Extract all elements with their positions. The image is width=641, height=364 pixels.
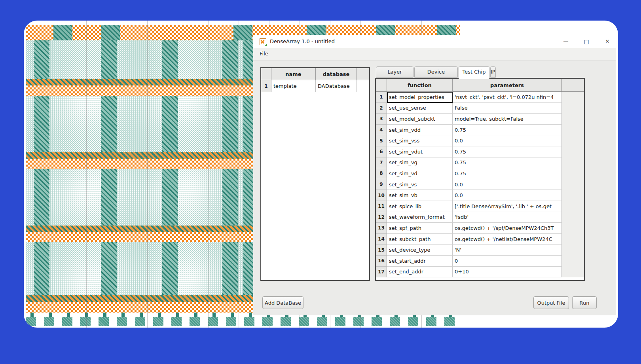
tab-bar: Layer Device Test Chip IP <box>376 66 497 78</box>
cell-parameters[interactable]: 'N' <box>453 245 562 256</box>
chip-hatch-column <box>222 25 238 313</box>
function-table-row[interactable]: 11 set_spice_lib ['.title DenseArraySim'… <box>376 201 584 212</box>
cell-function[interactable]: set_sim_vs <box>387 179 453 190</box>
cell-parameters[interactable]: 0 <box>453 256 562 267</box>
cell-parameters[interactable]: 0.75 <box>453 125 562 136</box>
cell-parameters[interactable]: 0+10 <box>453 267 562 278</box>
function-table-row[interactable]: 9 set_sim_vs 0.0 <box>376 179 584 190</box>
content-card: DenseArray 1.0 - untitled — □ ✕ File nam… <box>24 21 618 328</box>
window-title: DenseArray 1.0 - untitled <box>270 38 335 44</box>
row-index: 6 <box>376 146 387 157</box>
cell-parameters[interactable]: 'fsdb' <box>453 212 562 223</box>
row-index: 5 <box>376 135 387 146</box>
close-button[interactable]: ✕ <box>601 38 613 46</box>
function-table-row[interactable]: 14 set_subckt_path os.getcwd() + '/netli… <box>376 234 584 245</box>
cell-parameters[interactable]: ['.title DenseArraySim', '.lib ' + os.ge… <box>453 201 562 212</box>
cell-function[interactable]: set_sim_vd <box>387 168 453 179</box>
tab[interactable]: Layer <box>376 66 413 78</box>
row-empty-area <box>562 179 584 190</box>
cell-function[interactable]: set_sim_vb <box>387 190 453 201</box>
database-table-header: name database <box>261 68 369 80</box>
cell-parameters[interactable]: 0.0 <box>453 135 562 146</box>
desktop-background: DenseArray 1.0 - untitled — □ ✕ File nam… <box>0 0 641 364</box>
row-index: 17 <box>376 267 387 278</box>
cell-function[interactable]: set_sim_vdut <box>387 146 453 157</box>
cell-function[interactable]: set_model_properties <box>387 92 453 103</box>
function-table-row[interactable]: 13 set_spf_path os.getcwd() + '/spf/Dens… <box>376 223 584 234</box>
cell-function[interactable]: set_model_subckt <box>387 114 453 125</box>
row-index: 16 <box>376 256 387 267</box>
function-table-row[interactable]: 2 set_use_sense False <box>376 103 584 114</box>
cell-function[interactable]: set_spice_lib <box>387 201 453 212</box>
function-table-row[interactable]: 10 set_sim_vb 0.0 <box>376 190 584 201</box>
chip-hatch-chunk <box>233 25 252 40</box>
row-index: 3 <box>376 114 387 125</box>
menu-file[interactable]: File <box>260 51 268 57</box>
cell-function[interactable]: set_end_addr <box>387 267 453 278</box>
row-empty-area <box>562 190 584 201</box>
cell-name[interactable]: template <box>271 80 316 92</box>
function-table-row[interactable]: 6 set_sim_vdut 0.75 <box>376 146 584 157</box>
run-button[interactable]: Run <box>572 296 597 309</box>
cell-parameters[interactable]: 0.75 <box>453 146 562 157</box>
row-index: 4 <box>376 125 387 136</box>
cell-parameters[interactable]: False <box>453 103 562 114</box>
cell-parameters[interactable]: 0.0 <box>453 179 562 190</box>
cell-parameters[interactable]: 'nsvt_ckt', 'psvt_ckt', 'l=0.072u nfin=4 <box>453 92 562 103</box>
cell-function[interactable]: set_waveform_format <box>387 212 453 223</box>
cell-parameters[interactable]: 0.75 <box>453 157 562 169</box>
row-index: 1 <box>376 92 387 103</box>
add-database-button[interactable]: Add DataBase <box>262 296 303 309</box>
cell-function[interactable]: set_sim_vg <box>387 157 453 169</box>
tab[interactable]: Test Chip <box>459 66 489 79</box>
cell-parameters[interactable]: model=True, subckt=False <box>453 114 562 125</box>
title-bar[interactable]: DenseArray 1.0 - untitled — □ ✕ <box>253 35 616 48</box>
function-table-row[interactable]: 16 set_start_addr 0 <box>376 256 584 267</box>
row-index: 12 <box>376 212 387 223</box>
column-header-database: database <box>316 68 357 80</box>
row-index: 14 <box>376 234 387 245</box>
cell-function[interactable]: set_sim_vss <box>387 135 453 146</box>
cell-function[interactable]: set_sim_vdd <box>387 125 453 136</box>
cell-function[interactable]: set_device_type <box>387 245 453 256</box>
function-table-row[interactable]: 8 set_sim_vd 0.75 <box>376 168 584 179</box>
cell-parameters[interactable]: 0.75 <box>453 168 562 179</box>
chip-hatch-column <box>101 25 117 313</box>
row-empty-area <box>562 135 584 146</box>
chip-hatch-chunk <box>53 25 72 40</box>
cell-function[interactable]: set_start_addr <box>387 256 453 267</box>
row-empty-area <box>562 103 584 114</box>
database-table-row[interactable]: 1 template DADatabase <box>261 80 369 92</box>
cell-parameters[interactable]: os.getcwd() + '/netlist/DenseMPW24C <box>453 234 562 245</box>
cell-function[interactable]: set_spf_path <box>387 223 453 234</box>
cell-parameters[interactable]: 0.0 <box>453 190 562 201</box>
function-table-row[interactable]: 1 set_model_properties 'nsvt_ckt', 'psvt… <box>376 92 584 103</box>
row-empty-area <box>562 223 584 234</box>
chip-hatch-column <box>243 25 253 313</box>
function-table-row[interactable]: 3 set_model_subckt model=True, subckt=Fa… <box>376 114 584 125</box>
cell-function[interactable]: set_subckt_path <box>387 234 453 245</box>
row-empty-area <box>562 245 584 256</box>
tab[interactable]: IP <box>490 66 496 78</box>
row-empty-area <box>562 201 584 212</box>
function-table-row[interactable]: 4 set_sim_vdd 0.75 <box>376 125 584 136</box>
minimize-button[interactable]: — <box>560 38 572 46</box>
function-table-row[interactable]: 7 set_sim_vg 0.75 <box>376 157 584 169</box>
output-file-button[interactable]: Output File <box>533 296 569 309</box>
row-empty-area <box>562 157 584 169</box>
tab[interactable]: Device <box>414 66 458 78</box>
cell-database[interactable]: DADatabase <box>316 80 357 92</box>
cell-function[interactable]: set_use_sense <box>387 103 453 114</box>
row-index: 1 <box>261 80 271 92</box>
header-empty-area <box>562 79 584 91</box>
cell-parameters[interactable]: os.getcwd() + '/spf/DenseMPW24Ch3T <box>453 223 562 234</box>
function-table-row[interactable]: 5 set_sim_vss 0.0 <box>376 135 584 146</box>
row-index: 8 <box>376 168 387 179</box>
maximize-button[interactable]: □ <box>580 38 592 46</box>
function-table-row[interactable]: 12 set_waveform_format 'fsdb' <box>376 212 584 223</box>
function-table-row[interactable]: 17 set_end_addr 0+10 <box>376 267 584 278</box>
function-table-row[interactable]: 15 set_device_type 'N' <box>376 245 584 256</box>
column-header-parameters: parameters <box>453 79 562 91</box>
chip-hatch-column <box>34 25 49 313</box>
row-index: 11 <box>376 201 387 212</box>
